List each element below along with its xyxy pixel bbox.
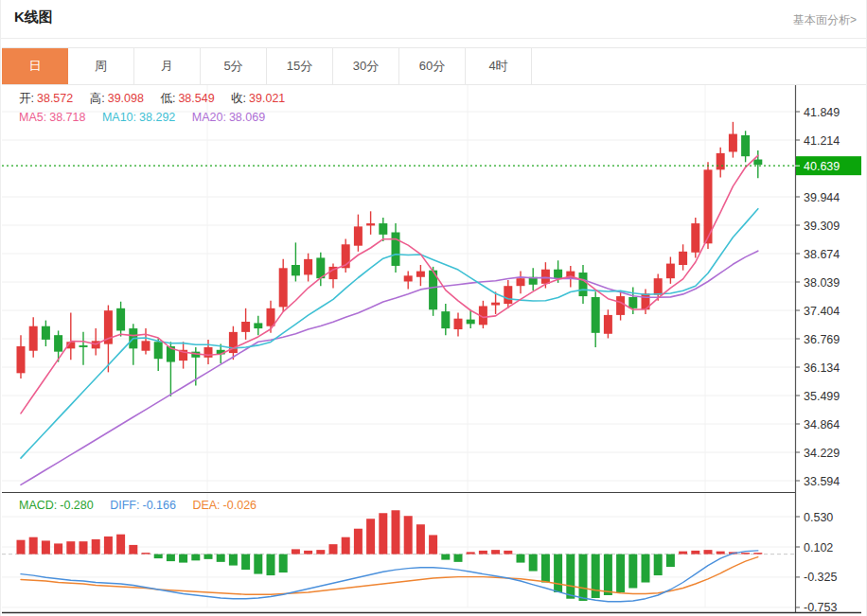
svg-text:-0.325: -0.325: [804, 571, 837, 584]
svg-text:34.229: 34.229: [804, 447, 840, 460]
svg-text:38.039: 38.039: [804, 276, 840, 290]
tab-week[interactable]: 周: [68, 48, 134, 84]
page-title: K线图: [14, 9, 53, 26]
svg-text:33.594: 33.594: [804, 475, 840, 488]
svg-text:38.674: 38.674: [804, 248, 840, 261]
svg-text:34.864: 34.864: [804, 418, 840, 431]
svg-text:36.134: 36.134: [804, 361, 840, 375]
svg-text:39.944: 39.944: [804, 191, 840, 204]
svg-text:37.404: 37.404: [804, 305, 840, 318]
svg-text:36.769: 36.769: [804, 333, 840, 346]
period-tab-bar: 日 周 月 5分 15分 30分 60分 4时: [2, 47, 867, 85]
tab-4hour[interactable]: 4时: [466, 48, 532, 84]
svg-text:39.309: 39.309: [804, 220, 840, 233]
svg-text:0.530: 0.530: [804, 511, 833, 524]
tab-5min[interactable]: 5分: [201, 48, 267, 84]
svg-text:35.499: 35.499: [804, 390, 840, 403]
tab-15min[interactable]: 15分: [267, 48, 333, 84]
chart-canvas[interactable]: 41.84941.21439.94439.30938.67438.03937.4…: [2, 85, 867, 614]
svg-text:-0.753: -0.753: [804, 601, 837, 614]
tab-month[interactable]: 月: [134, 48, 201, 84]
title-divider: [1, 38, 867, 39]
kline-chart[interactable]: 开:38.572 高:39.098 低:38.549 收:39.021 MA5:…: [2, 85, 867, 614]
svg-text:41.849: 41.849: [804, 106, 840, 119]
kline-page: K线图 基本面分析> 日 周 月 5分 15分 30分 60分 4时 开:38.…: [0, 0, 867, 616]
svg-text:0.102: 0.102: [804, 541, 833, 554]
tab-60min[interactable]: 60分: [399, 48, 466, 84]
fundamental-analysis-link[interactable]: 基本面分析>: [793, 12, 857, 28]
svg-text:40.639: 40.639: [804, 160, 840, 173]
tab-30min[interactable]: 30分: [333, 48, 399, 84]
tab-day[interactable]: 日: [2, 48, 68, 84]
svg-text:41.214: 41.214: [804, 134, 840, 148]
